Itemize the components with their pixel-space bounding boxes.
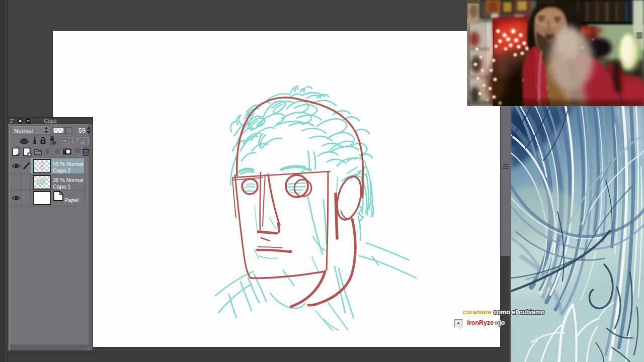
svg-text:Normal: Normal: [14, 128, 33, 134]
svg-text:59 % Normal: 59 % Normal: [53, 161, 84, 167]
svg-text:Capa 1: Capa 1: [53, 184, 70, 190]
svg-text:Papel: Papel: [64, 197, 78, 203]
svg-text:59: 59: [78, 127, 86, 134]
svg-text:38 % Normal: 38 % Normal: [53, 177, 84, 183]
svg-text:Capa 2: Capa 2: [53, 167, 70, 173]
svg-text:Capa: Capa: [44, 118, 56, 124]
